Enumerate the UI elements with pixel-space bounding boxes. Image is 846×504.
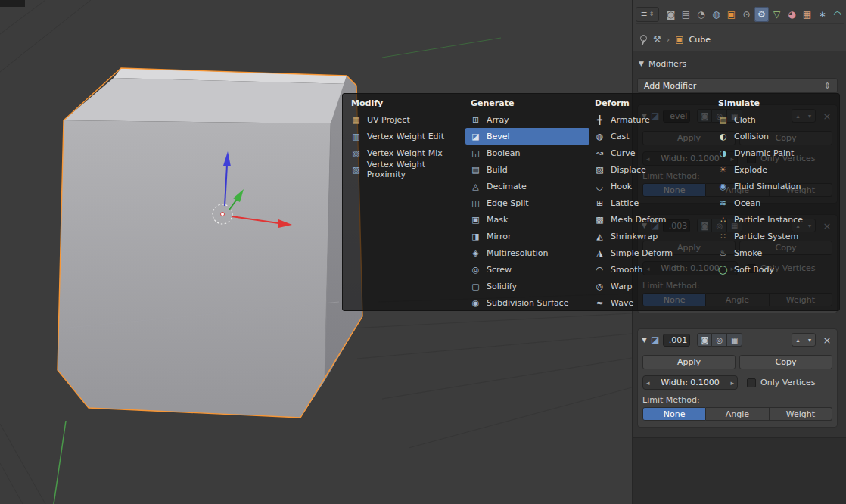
cube-object[interactable] xyxy=(58,68,362,418)
menu-item[interactable]: ⊞ Lattice xyxy=(589,194,713,211)
menu-item[interactable]: ▥ Vertex Weight Edit xyxy=(346,128,465,145)
menu-item[interactable]: ◨ Mirror xyxy=(465,228,589,244)
menu-item[interactable]: ▩ Mesh Deform xyxy=(589,211,713,228)
menu-item[interactable]: ◈ Multiresolution xyxy=(465,244,589,261)
only-vertices-checkbox[interactable] xyxy=(747,378,756,387)
modifier-icon: ♨ xyxy=(717,248,729,258)
menu-item[interactable]: ∷ Particle System xyxy=(713,228,838,244)
menu-item[interactable]: ↝ Curve xyxy=(589,145,713,161)
menu-item[interactable]: ▨ Vertex Weight Proximity xyxy=(346,161,465,178)
breadcrumb-object-name[interactable]: Cube xyxy=(689,35,711,45)
menu-item[interactable]: ◮ Simple Deform xyxy=(589,244,713,261)
delete-modifier-button[interactable]: × xyxy=(821,334,833,346)
modifier-icon: ◠ xyxy=(594,265,605,275)
menu-item[interactable]: ◡ Hook xyxy=(589,178,713,194)
modifier-icon: ◪ xyxy=(470,132,481,142)
limit-none-button[interactable]: None xyxy=(642,407,706,421)
menu-item[interactable]: ◎ Warp xyxy=(589,278,713,294)
modifier-name-field[interactable]: .001 xyxy=(663,334,690,347)
modifier-icon: ▣ xyxy=(470,215,481,225)
menu-item[interactable]: ▤ Build xyxy=(465,161,589,178)
viewport-visibility-toggle[interactable]: ◎ xyxy=(712,333,727,347)
world-tab[interactable]: ◍ xyxy=(709,7,723,22)
menu-item-label: Hook xyxy=(611,182,632,191)
menu-item[interactable]: ◱ Boolean xyxy=(465,145,589,161)
particles-tab[interactable]: ∗ xyxy=(815,7,829,22)
menu-item-label: Warp xyxy=(611,282,632,291)
cube-top-bevel-face[interactable] xyxy=(64,78,350,123)
slider-right-arrow[interactable]: ▸ xyxy=(730,379,734,387)
apply-button[interactable]: Apply xyxy=(642,355,736,369)
menu-item[interactable]: ▧ Vertex Weight Mix xyxy=(346,145,465,161)
render-tab[interactable]: ◙ xyxy=(664,7,678,22)
menu-item-label: Mirror xyxy=(487,232,511,241)
copy-button[interactable]: Copy xyxy=(739,355,832,369)
limit-weight-button[interactable]: Weight xyxy=(770,407,832,421)
menu-item[interactable]: ≋ Ocean xyxy=(713,194,838,211)
menu-item[interactable]: ◑ Dynamic Paint xyxy=(713,145,838,161)
menu-item[interactable]: ◯ Soft Body xyxy=(713,261,838,278)
menu-item-label: Screw xyxy=(487,265,512,275)
menu-item[interactable]: ◭ Shrinkwrap xyxy=(589,228,713,244)
menu-item-label: Solidify xyxy=(487,282,517,291)
width-value: Width: 0.1000 xyxy=(650,378,731,387)
modifier-icon: ◭ xyxy=(594,232,605,241)
menu-item[interactable]: ◉ Fluid Simulation xyxy=(713,178,838,194)
modifier-icon: ◍ xyxy=(594,132,605,142)
menu-item[interactable]: ◎ Screw xyxy=(465,261,589,278)
render-layers-tab[interactable]: ▤ xyxy=(679,7,693,22)
menu-item[interactable]: ⊞ Array xyxy=(465,111,589,128)
modifier-icon: ≋ xyxy=(717,198,729,208)
pin-icon[interactable] xyxy=(639,34,648,45)
collapse-icon[interactable]: ▼ xyxy=(639,60,644,67)
width-slider[interactable]: ◂ Width: 0.1000 ▸ xyxy=(642,375,738,390)
menu-item[interactable]: ◪ Bevel xyxy=(465,128,589,145)
add-modifier-button[interactable]: Add Modifier ⇕ xyxy=(637,78,838,93)
menu-item-label: Lattice xyxy=(611,198,639,208)
menu-item[interactable]: ▤ Cloth xyxy=(713,111,838,128)
modifiers-tab[interactable]: ⚙ xyxy=(754,7,769,22)
menu-item[interactable]: ◫ Edge Split xyxy=(465,194,589,211)
properties-editor-icon: ≡ xyxy=(641,9,648,19)
limit-method-segmented: None Angle Weight xyxy=(642,407,832,421)
only-vertices-option[interactable]: Only Vertices xyxy=(747,378,816,387)
menu-item[interactable]: ▦ UV Project xyxy=(346,111,465,128)
tool-icon[interactable]: ⚒ xyxy=(653,34,661,45)
edit-mode-toggle[interactable]: ▦ xyxy=(727,333,742,347)
menu-item[interactable]: ≈ Wave xyxy=(589,294,713,311)
menu-item[interactable]: ☀ Explode xyxy=(713,161,838,178)
object-tab[interactable]: ▣ xyxy=(724,7,739,22)
dropdown-arrows-icon: ⇕ xyxy=(824,81,831,91)
material-tab[interactable]: ◕ xyxy=(785,7,799,22)
menu-column-title: Deform xyxy=(589,95,713,111)
menu-item[interactable]: ∴ Particle Instance xyxy=(713,211,838,228)
object-data-tab[interactable]: ▽ xyxy=(770,7,784,22)
menu-item[interactable]: ▨ Displace xyxy=(589,161,713,178)
texture-tab[interactable]: ▦ xyxy=(800,7,814,22)
editor-type-selector[interactable]: ≡ ⇕ xyxy=(636,7,659,22)
scene-tab[interactable]: ◔ xyxy=(694,7,708,22)
menu-item[interactable]: ◬ Decimate xyxy=(465,178,589,194)
panel-expand-icon[interactable]: ▼ xyxy=(642,336,647,344)
limit-angle-button[interactable]: Angle xyxy=(706,407,769,421)
menu-item[interactable]: ♨ Smoke xyxy=(713,244,838,261)
cube-front-face[interactable] xyxy=(58,120,331,418)
modifiers-section-header[interactable]: ▼ Modifiers xyxy=(639,56,686,71)
menu-item[interactable]: ◉ Subdivision Surface xyxy=(465,294,589,311)
menu-item[interactable]: ◍ Cast xyxy=(589,128,713,145)
menu-item[interactable]: ▣ Mask xyxy=(465,211,589,228)
only-vertices-label: Only Vertices xyxy=(760,378,816,387)
constraints-tab[interactable]: ⊙ xyxy=(739,7,754,22)
menu-item[interactable]: ◐ Collision xyxy=(713,128,838,145)
menu-item[interactable]: ╋ Armature xyxy=(589,111,713,128)
render-visibility-toggle[interactable]: ◙ xyxy=(697,333,712,347)
move-down-button[interactable]: ▾ xyxy=(804,333,816,347)
menu-item[interactable]: ▢ Solidify xyxy=(465,278,589,294)
menu-item[interactable]: ◠ Smooth xyxy=(589,261,713,278)
gizmo-center[interactable] xyxy=(221,213,225,216)
physics-tab[interactable]: ◠ xyxy=(830,7,844,22)
menu-item-label: Build xyxy=(487,165,508,175)
menu-item-label: Armature xyxy=(611,115,650,125)
menu-item-label: Subdivision Surface xyxy=(487,298,568,308)
move-up-button[interactable]: ▴ xyxy=(792,333,804,347)
